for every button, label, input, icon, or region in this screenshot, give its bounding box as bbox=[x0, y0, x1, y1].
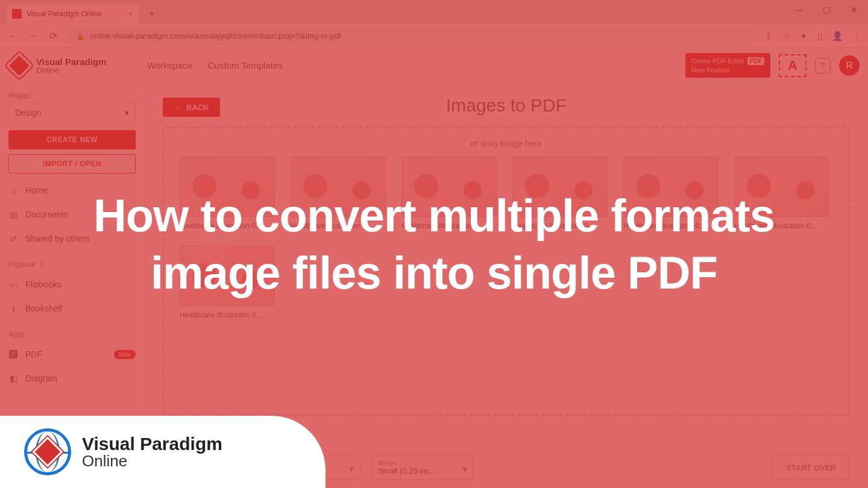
logo-mark-icon bbox=[4, 50, 35, 81]
project-label: Project bbox=[8, 92, 136, 100]
thumbnail-label: Healthcare Illustration 0… bbox=[180, 311, 275, 319]
sidebar-item-pdf[interactable]: 🅿 PDF New bbox=[8, 342, 136, 366]
reload-icon[interactable]: ⟳ bbox=[47, 30, 59, 42]
page-title: Images to PDF bbox=[163, 95, 850, 116]
avatar[interactable]: R bbox=[839, 55, 860, 76]
thumbnail[interactable]: Healthcare Illustration 0… bbox=[401, 157, 497, 230]
window-controls: — ▢ ✕ bbox=[785, 0, 868, 19]
drop-zone[interactable]: or drag image here Healthcare Illustrati… bbox=[163, 127, 850, 416]
new-tab-button[interactable]: + bbox=[143, 5, 160, 22]
thumbnail[interactable]: Healthcare Illustration 0… bbox=[180, 157, 275, 230]
thumbnail[interactable]: Healthcare Illustration 0… bbox=[734, 157, 829, 230]
sidebar-item-diagram[interactable]: ◧ Diagram bbox=[8, 366, 136, 390]
a-badge-icon[interactable]: A bbox=[779, 54, 807, 77]
upload-icon[interactable]: ⇪ bbox=[39, 260, 45, 269]
sidebar-item-documents[interactable]: ▤ Documents ▾ bbox=[8, 202, 136, 227]
new-badge: New bbox=[114, 350, 136, 359]
sidebar-item-home[interactable]: ⌂ Home bbox=[8, 178, 136, 202]
import-open-button[interactable]: IMPORT / OPEN bbox=[8, 154, 136, 174]
minimize-icon[interactable]: — bbox=[785, 0, 813, 19]
lock-icon: 🔒 bbox=[76, 32, 85, 40]
browser-tab[interactable]: Visual Paradigm Online × bbox=[6, 4, 139, 24]
flipbook-icon: ▭ bbox=[8, 280, 18, 289]
thumbnail[interactable]: Healthcare Illustration 0… bbox=[623, 157, 719, 230]
thumbnail[interactable]: Healthcare Illustration 0… bbox=[512, 157, 608, 230]
thumbnail-image bbox=[734, 157, 829, 217]
thumbnail-image bbox=[512, 157, 608, 217]
extension-icons: ⇪ ☆ ✦ ▯ 👤 ⋮ bbox=[765, 31, 862, 42]
logo-text: Visual Paradigm Online bbox=[36, 57, 106, 74]
thumbnail-label: Healthcare Illustration 0… bbox=[401, 222, 497, 230]
nav-custom-templates[interactable]: Custom Templates bbox=[208, 60, 283, 70]
forward-icon[interactable]: → bbox=[27, 31, 39, 42]
drop-hint: or drag image here bbox=[180, 139, 833, 148]
maximize-icon[interactable]: ▢ bbox=[813, 0, 840, 19]
thumbnail-image bbox=[180, 246, 275, 306]
sidebar-item-shared[interactable]: ⇄ Shared by others bbox=[8, 227, 136, 251]
thumbnail-label: Healthcare Illustration 0… bbox=[623, 222, 719, 230]
thumbnail-label: Healthcare Illustration 0… bbox=[291, 222, 386, 230]
arrow-left-icon: ← bbox=[174, 103, 181, 112]
thumbnail-image bbox=[401, 157, 497, 217]
sidebar-section-flipbook: Flipbook ⇪ bbox=[8, 260, 136, 269]
puzzle-icon[interactable]: ✦ bbox=[800, 31, 808, 42]
favicon-icon bbox=[12, 9, 22, 19]
pdf-icon: 🅿 bbox=[8, 349, 18, 359]
browser-chrome: Visual Paradigm Online × + — ▢ ✕ ← → ⟳ 🔒… bbox=[0, 0, 868, 48]
close-window-icon[interactable]: ✕ bbox=[840, 0, 868, 19]
pdf-editor-banner[interactable]: Online PDF EditorPDF New Feature bbox=[685, 53, 770, 78]
sidebar-item-bookshelf[interactable]: ⫿ Bookshelf bbox=[8, 296, 136, 321]
app-top-bar: Visual Paradigm Online Workspace Custom … bbox=[0, 48, 868, 83]
diagram-icon: ◧ bbox=[8, 374, 18, 383]
margin-select[interactable]: Margin Small (0.25 inc… bbox=[371, 455, 474, 480]
panel-icon[interactable]: ▯ bbox=[817, 31, 822, 42]
url-text: online.visual-paradigm.com/w/asmaajyq/dr… bbox=[90, 31, 341, 40]
chevron-down-icon: ▾ bbox=[125, 108, 129, 117]
thumbnail-image bbox=[180, 157, 275, 217]
top-right: Online PDF EditorPDF New Feature A ? R bbox=[685, 53, 860, 78]
logo-pill: Visual Paradigm Online bbox=[0, 416, 326, 488]
thumbnail-label: Healthcare Illustration 0… bbox=[734, 222, 829, 230]
thumbnail-label: Healthcare Illustration 0… bbox=[180, 222, 275, 230]
app-logo[interactable]: Visual Paradigm Online bbox=[8, 55, 147, 77]
thumbnail-label: Healthcare Illustration 0… bbox=[512, 222, 608, 230]
nav-workspace[interactable]: Workspace bbox=[147, 60, 192, 70]
help-icon[interactable]: ? bbox=[815, 58, 831, 74]
top-nav: Workspace Custom Templates bbox=[147, 60, 283, 70]
thumbnail[interactable]: Healthcare Illustration 0… bbox=[180, 246, 275, 319]
document-icon: ▤ bbox=[8, 210, 18, 219]
back-icon[interactable]: ← bbox=[6, 31, 18, 42]
pill-logo-text: Visual Paradigm Online bbox=[82, 435, 222, 469]
thumbnail-image bbox=[623, 157, 719, 217]
bookshelf-icon: ⫿ bbox=[8, 304, 18, 313]
url-input[interactable]: 🔒 online.visual-paradigm.com/w/asmaajyq/… bbox=[68, 28, 756, 45]
profile-icon[interactable]: 👤 bbox=[832, 31, 843, 42]
thumbnail-grid: Healthcare Illustration 0…Healthcare Ill… bbox=[180, 157, 833, 319]
chevron-down-icon: ▾ bbox=[132, 211, 136, 219]
share-icon: ⇄ bbox=[8, 234, 18, 243]
thumbnail[interactable]: Healthcare Illustration 0… bbox=[291, 157, 386, 230]
tab-title: Visual Paradigm Online bbox=[27, 10, 102, 18]
pill-logo-icon bbox=[24, 428, 71, 475]
back-button[interactable]: ← BACK bbox=[163, 98, 220, 117]
star-icon[interactable]: ☆ bbox=[782, 31, 790, 42]
menu-icon[interactable]: ⋮ bbox=[853, 31, 862, 42]
project-select[interactable]: Design▾ bbox=[8, 102, 136, 123]
home-icon: ⌂ bbox=[8, 186, 18, 195]
sidebar-item-flipbooks[interactable]: ▭ Flipbooks bbox=[8, 272, 136, 296]
start-over-button[interactable]: START OVER bbox=[772, 455, 850, 480]
sidebar-section-apps: Apps bbox=[8, 330, 136, 339]
tab-bar: Visual Paradigm Online × + bbox=[0, 0, 868, 24]
create-new-button[interactable]: CREATE NEW bbox=[8, 130, 136, 149]
share-icon[interactable]: ⇪ bbox=[765, 31, 773, 42]
thumbnail-image bbox=[291, 157, 386, 217]
address-bar: ← → ⟳ 🔒 online.visual-paradigm.com/w/asm… bbox=[0, 24, 868, 48]
close-icon[interactable]: × bbox=[128, 10, 133, 18]
